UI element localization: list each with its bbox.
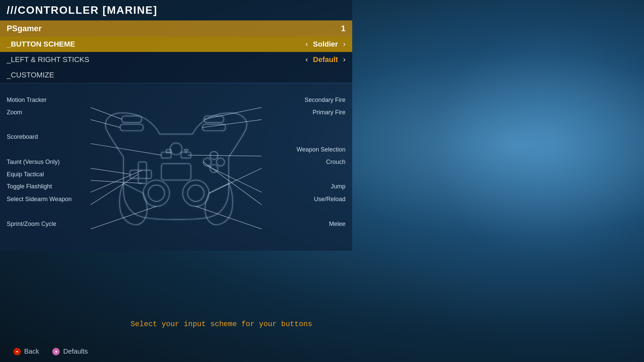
btn-label-defaults: Defaults [63,348,88,355]
svg-line-24 [91,180,142,183]
title-bar: ///CONTROLLER [MARINE] [0,0,352,20]
svg-rect-3 [204,116,224,123]
right-labels: Secondary FirePrimary FireWeapon Selecti… [255,90,345,244]
menu-value-area-left-right-sticks: ‹Default› [306,55,345,64]
menu-value-area-button-scheme: ‹Soldier› [306,40,345,49]
svg-line-32 [207,166,262,192]
left-label-motion-tracker: Motion Tracker [7,97,47,104]
svg-line-23 [91,168,130,174]
svg-line-30 [187,155,262,156]
right-label-use-reload: Use/Reload [314,196,345,203]
btn-icon-back: ● [13,348,21,355]
svg-rect-2 [202,124,225,131]
svg-point-8 [183,180,209,206]
profile-name: PSgamer [7,24,42,33]
svg-line-29 [202,120,262,128]
menu-container: _BUTTON SCHEME‹Soldier›_LEFT & RIGHT STI… [0,37,352,83]
menu-item-button-scheme[interactable]: _BUTTON SCHEME‹Soldier› [0,37,352,52]
btn-icon-defaults: ■ [52,348,60,355]
arrow-right-left-right-sticks[interactable]: › [343,55,345,64]
menu-item-customize[interactable]: _CUSTOMIZE [0,67,352,83]
bottom-buttons: ●Back■Defaults [13,348,88,355]
left-label-scoreboard: Scoreboard [7,133,38,140]
profile-bar: PSgamer 1 [0,20,352,37]
svg-point-13 [217,158,225,166]
svg-line-28 [204,107,262,119]
left-label-equip-tactical: Equip Tactical [7,171,44,178]
right-label-primary-fire: Primary Fire [313,109,345,116]
left-label-toggle-flashlight: Toggle Flashlight [7,183,52,190]
right-label-crouch: Crouch [326,159,345,166]
svg-point-7 [148,185,165,201]
hint-text: Select your input scheme for your button… [130,320,312,328]
menu-label-customize: _CUSTOMIZE [7,71,54,79]
menu-label-button-scheme: _BUTTON SCHEME [7,40,75,49]
left-label-sprint-zoom: Sprint/Zoom Cycle [7,221,56,228]
page-title: ///CONTROLLER [MARINE] [7,4,157,16]
svg-point-6 [143,180,169,206]
right-label-secondary-fire: Secondary Fire [305,97,345,104]
svg-rect-1 [122,116,142,123]
right-label-melee: Melee [329,221,345,228]
left-label-zoom: Zoom [7,109,22,116]
bottom-btn-defaults[interactable]: ■Defaults [52,348,88,355]
menu-value-left-right-sticks: Default [313,55,338,64]
profile-number: 1 [341,24,345,33]
btn-label-back: Back [24,348,39,355]
menu-item-left-right-sticks[interactable]: _LEFT & RIGHT STICKS‹Default› [0,52,352,67]
svg-rect-0 [120,124,143,131]
bottom-btn-back[interactable]: ●Back [13,348,39,355]
arrow-left-left-right-sticks[interactable]: ‹ [306,55,308,64]
right-label-jump: Jump [331,183,345,190]
controller-area: Motion TrackerZoomScoreboardTaunt (Versu… [0,83,352,251]
left-label-select-sidearm: Select Sidearm Weapon [7,196,72,203]
svg-line-22 [91,143,161,155]
svg-point-12 [210,165,218,173]
svg-point-9 [187,185,204,201]
left-label-taunt: Taunt (Versus Only) [7,159,60,166]
svg-point-17 [170,143,182,155]
controller-wrapper: Motion TrackerZoomScoreboardTaunt (Versu… [7,90,345,244]
right-label-weapon-selection: Weapon Selection [297,146,345,153]
menu-value-button-scheme: Soldier [313,40,338,49]
svg-rect-16 [161,164,191,180]
arrow-right-button-scheme[interactable]: › [343,40,345,49]
controller-diagram [91,90,262,244]
menu-label-left-right-sticks: _LEFT & RIGHT STICKS [7,55,89,64]
left-labels: Motion TrackerZoomScoreboardTaunt (Versu… [7,90,97,244]
arrow-left-button-scheme[interactable]: ‹ [306,40,308,49]
svg-rect-4 [138,162,147,183]
